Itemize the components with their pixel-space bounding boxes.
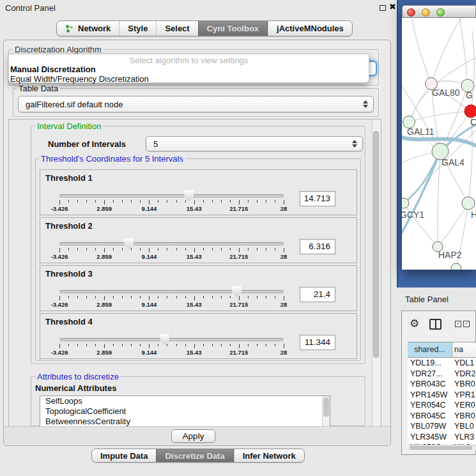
checkbox-icon[interactable]: ✓ [463, 321, 470, 327]
algorithm-group-title: Discretization Algorithm [13, 45, 104, 54]
table-row[interactable]: YER054CYER0 [408, 400, 476, 411]
zoom-traffic-light-icon[interactable] [436, 8, 445, 17]
slider-tick-labels: -3.4262.8599.14415.4321.71528 [59, 301, 284, 308]
threshold-value-field[interactable]: 14.713 [300, 191, 335, 206]
cell-shared-name: YBR045C [408, 411, 452, 422]
cell-name: YDL1 [452, 358, 476, 369]
table-data-combo[interactable]: galFiltered.sif default node [18, 96, 374, 112]
tab-label: Network [78, 24, 111, 33]
tab-infer-network[interactable]: Infer Network [234, 449, 304, 462]
threshold-label: Threshold 2 [45, 221, 93, 231]
network-node-label: GAL11 [407, 127, 434, 137]
algorithm-option-equal-width[interactable]: Equal Width/Frequency Discretization [10, 74, 149, 84]
cell-name: YER0 [452, 400, 476, 411]
slider-tick-labels: -3.4262.8599.14415.4321.71528 [59, 349, 284, 356]
table-data-combo-value: galFiltered.sif default node [26, 100, 123, 109]
split-columns-icon[interactable] [429, 319, 441, 330]
network-node[interactable] [451, 263, 461, 270]
attribute-list-item[interactable]: BetweennessCentrality [40, 417, 330, 427]
stepper-arrows-icon [352, 140, 358, 148]
table-row[interactable]: YLR345WYLR3 [408, 432, 476, 443]
tab-label: Discretize Data [165, 451, 224, 461]
network-node[interactable] [402, 198, 409, 208]
attribute-list-item[interactable]: SelfLoops [40, 396, 330, 406]
network-node-label: GAL80 [432, 88, 460, 98]
network-window-titlebar [402, 5, 476, 18]
control-panel: Control Panel ✖ NetworkStyleSelectCyni T… [0, 0, 397, 476]
control-panel-titlebar: Control Panel ✖ [0, 0, 397, 15]
tab-discretize-data[interactable]: Discretize Data [156, 449, 233, 462]
threshold-value-field[interactable]: 11.344 [300, 335, 335, 350]
checkbox-icon[interactable]: ✓ [455, 321, 461, 327]
table-panel-title: Table Panel [405, 295, 449, 304]
close-icon[interactable]: ✖ [389, 2, 396, 12]
network-node-label: HAP2 [438, 250, 462, 260]
threshold-panel-4: Threshold 4-3.4262.8599.14415.4321.71528… [40, 313, 357, 359]
close-traffic-light-icon[interactable] [407, 8, 415, 17]
cell-name: YBR0 [452, 379, 476, 390]
gear-icon[interactable]: ⚙ [410, 318, 419, 329]
tab-network[interactable]: Network [57, 21, 119, 36]
stepper-arrows-icon [363, 100, 369, 108]
network-node-label: C [470, 117, 476, 127]
tab-cyni-toolbox[interactable]: Cyni Toolbox [198, 21, 268, 36]
algorithm-option-manual[interactable]: Manual Discretization [10, 65, 96, 74]
cell-shared-name: YLR345W [408, 432, 452, 443]
tab-label: Select [165, 24, 189, 33]
float-window-icon[interactable] [380, 5, 386, 11]
numerical-attributes-label: Numerical Attributes [35, 383, 116, 393]
list-scrollbar-track[interactable] [322, 396, 330, 426]
minimize-traffic-light-icon[interactable] [422, 8, 430, 17]
network-node[interactable] [464, 105, 476, 118]
bottom-tab-bar: Impute DataDiscretize DataInfer Network [91, 449, 305, 463]
vertical-scrollbar-thumb[interactable] [373, 131, 379, 358]
cell-shared-name: YDR27... [408, 369, 452, 380]
table-row[interactable]: YBR045CYBR0 [408, 411, 476, 422]
attributes-list: SelfLoopsTopologicalCoefficientBetweenne… [40, 395, 330, 427]
threshold-panel-2: Threshold 2-3.4262.8599.14415.4321.71528… [40, 217, 357, 263]
network-node[interactable] [462, 197, 475, 210]
slider-tick-labels: -3.4262.8599.14415.4321.71528 [59, 253, 284, 260]
network-node-label: H [471, 210, 476, 220]
cell-name: YDR2 [452, 369, 476, 380]
table-row[interactable]: YBR043CYBR0 [408, 379, 476, 390]
network-node-label: G [466, 90, 473, 100]
table-row[interactable]: YDR27...YDR2 [408, 369, 476, 380]
tab-style[interactable]: Style [119, 21, 156, 36]
list-scrollbar-thumb[interactable] [323, 397, 329, 417]
table-row[interactable]: YDL19...YDL1 [408, 358, 476, 369]
cell-name: YLR3 [452, 432, 476, 443]
apply-button[interactable]: Apply [171, 429, 215, 443]
tab-label: Impute Data [100, 451, 148, 461]
num-intervals-combo[interactable]: 5 [146, 136, 363, 151]
tab-impute-data[interactable]: Impute Data [92, 449, 156, 462]
slider-track[interactable] [59, 194, 284, 197]
tab-jactivemnodules[interactable]: jActiveMNodules [268, 21, 352, 36]
network-canvas[interactable]: GAL80GCGAL11GAL4GCY1HHAP2 [402, 18, 476, 270]
attributes-group-title: Attributes to discretize [35, 372, 121, 381]
threshold-value-field[interactable]: 21.4 [300, 287, 335, 302]
threshold-panel-3: Threshold 3-3.4262.8599.14415.4321.71528… [40, 265, 357, 311]
cell-shared-name: YER054C [408, 400, 452, 411]
slider-track[interactable] [59, 338, 284, 341]
network-icon [65, 24, 74, 33]
cell-shared-name: YBR043C [408, 379, 452, 390]
tab-label: jActiveMNodules [277, 24, 344, 33]
threshold-value-field[interactable]: 6.316 [300, 239, 335, 254]
slider-track[interactable] [59, 242, 284, 245]
table-data-group-title: Table Data [17, 84, 60, 93]
slider-ticks [59, 344, 284, 349]
slider-track[interactable] [59, 290, 284, 293]
tab-label: Style [128, 24, 148, 33]
table-row[interactable]: YBL079WYBL0 [408, 421, 476, 432]
attribute-list-item[interactable]: TopologicalCoefficient [40, 406, 330, 417]
horizontal-scrollbar-thumb[interactable] [410, 446, 472, 450]
tab-select[interactable]: Select [156, 21, 197, 36]
threshold-panel-1: Threshold 1-3.4262.8599.14415.4321.71528… [40, 169, 357, 215]
column-header-name[interactable]: na [452, 342, 476, 357]
threshold-label: Threshold 3 [45, 269, 93, 279]
column-header-shared-name[interactable]: shared... [408, 342, 452, 357]
algorithm-placeholder: Select algorithm to view settings [9, 56, 369, 65]
table-row[interactable]: YPR145WYPR1 [408, 390, 476, 401]
num-intervals-label: Number of Intervals [48, 139, 126, 149]
